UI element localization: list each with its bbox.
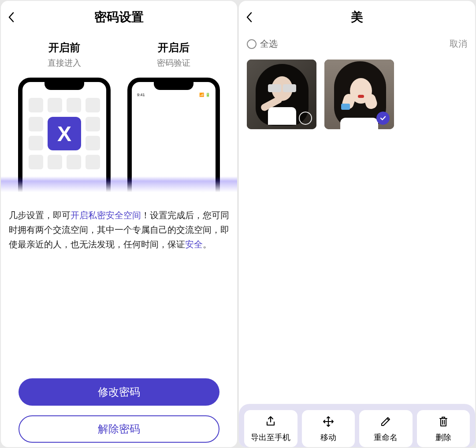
gradient-fade [1, 176, 237, 192]
action-label: 重命名 [374, 432, 398, 443]
back-icon[interactable] [246, 12, 252, 22]
action-label: 导出至手机 [251, 432, 290, 443]
compare-row: 开启前 直接进入 开启后 密码验证 [1, 34, 237, 69]
compare-after-label: 开启后 [119, 41, 228, 55]
header: 密码设置 [1, 1, 237, 34]
move-icon [322, 415, 335, 429]
trash-icon [437, 415, 450, 429]
selection-check-icon[interactable] [376, 112, 390, 125]
password-settings-screen: 密码设置 开启前 直接进入 开启后 密码验证 X [1, 1, 237, 447]
gallery-screen: 美 全选 取消 导出至手机 [239, 1, 475, 447]
notch-icon [45, 82, 84, 90]
select-row: 全选 取消 [239, 34, 475, 53]
thumbnail-item[interactable] [324, 60, 394, 129]
export-button[interactable]: 导出至手机 [244, 410, 298, 447]
thumbnail-item[interactable] [247, 60, 316, 129]
select-all-toggle[interactable]: 全选 [247, 38, 278, 50]
app-grid: X [22, 82, 106, 169]
pencil-icon [379, 415, 392, 429]
button-stack: 修改密码 解除密码 [1, 378, 237, 447]
action-label: 移动 [320, 432, 336, 443]
compare-before: 开启前 直接进入 [10, 41, 119, 69]
action-label: 删除 [435, 432, 451, 443]
compare-after-sub: 密码验证 [119, 57, 228, 69]
thumbnails-row [239, 53, 475, 135]
compare-after: 开启后 密码验证 [119, 41, 228, 69]
delete-button[interactable]: 删除 [417, 410, 470, 447]
description-text: 几步设置，即可开启私密安全空间！设置完成后，您可同时拥有两个交流空间，其中一个专… [1, 192, 237, 252]
app-icon: X [48, 117, 81, 150]
export-icon [264, 415, 277, 429]
phone-after: 9:41 📶 🔋 C ÷ × ⌫ 7 8 9 − [127, 78, 220, 192]
compare-before-label: 开启前 [10, 41, 119, 55]
cancel-button[interactable]: 取消 [450, 38, 467, 50]
back-icon[interactable] [8, 12, 14, 22]
notch-icon [154, 82, 193, 90]
page-title: 美 [246, 9, 468, 26]
action-bar: 导出至手机 移动 重命名 删除 [244, 410, 470, 447]
modify-password-button[interactable]: 修改密码 [19, 378, 219, 406]
page-title: 密码设置 [8, 9, 230, 26]
rename-button[interactable]: 重命名 [359, 410, 413, 447]
action-bar-wrap: 导出至手机 移动 重命名 删除 [239, 404, 475, 447]
compare-before-sub: 直接进入 [10, 57, 119, 69]
select-all-label: 全选 [260, 38, 278, 50]
phones-illustration: X 9:41 📶 🔋 C ÷ × ⌫ 7 8 9 − [1, 69, 237, 192]
radio-icon [247, 39, 257, 49]
move-button[interactable]: 移动 [302, 410, 355, 447]
remove-password-button[interactable]: 解除密码 [19, 415, 219, 443]
header: 美 [239, 1, 475, 34]
phone-before: X [18, 78, 111, 192]
selection-circle-icon[interactable] [299, 112, 312, 125]
